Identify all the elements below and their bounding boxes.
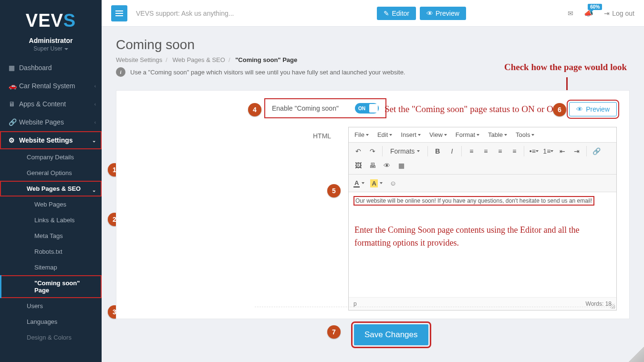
caret-down-icon bbox=[64, 48, 68, 50]
redo-button[interactable]: ↷ bbox=[366, 145, 379, 158]
preview-button[interactable]: 👁Preview bbox=[569, 102, 617, 116]
user-block[interactable]: Administrator Super User bbox=[0, 35, 102, 59]
logout-button[interactable]: ⇥Log out bbox=[604, 10, 634, 17]
link-icon: 🔗 bbox=[9, 118, 19, 126]
print-button[interactable]: 🖶 bbox=[366, 159, 379, 172]
number-list-button[interactable]: 1≡ bbox=[541, 145, 555, 158]
eye-icon: 👁 bbox=[426, 10, 433, 17]
nav-web-pages[interactable]: Web Pages bbox=[0, 197, 102, 212]
media-button[interactable]: ▦ bbox=[395, 159, 408, 172]
breadcrumb-item[interactable]: Web Pages & SEO bbox=[173, 56, 225, 63]
page-hint: i Use a "Coming soon" page which visitor… bbox=[116, 67, 630, 77]
align-left-button[interactable]: ≡ bbox=[465, 145, 478, 158]
preview-button-top[interactable]: 👁Preview bbox=[420, 7, 466, 20]
breadcrumb-item[interactable]: Website Settings bbox=[116, 56, 162, 63]
italic-button[interactable]: I bbox=[445, 145, 458, 158]
editor-statusbar: p Words: 18 bbox=[349, 297, 616, 310]
user-role: Super User bbox=[0, 45, 102, 52]
editor-path: p bbox=[353, 300, 357, 307]
search-input[interactable]: VEVS support: Ask us anything... bbox=[136, 10, 234, 17]
step-5: 5 bbox=[327, 184, 341, 197]
eye-icon: 👁 bbox=[576, 105, 583, 113]
sidebar: VEVS Administrator Super User ▦Dashboard… bbox=[0, 0, 102, 362]
editor-content[interactable]: Our website will be online soon! If you … bbox=[349, 192, 616, 297]
menu-toggle-button[interactable] bbox=[111, 5, 127, 21]
nav-coming-soon-page[interactable]: "Coming soon" Page bbox=[0, 275, 102, 298]
menu-format[interactable]: Format bbox=[456, 131, 479, 138]
chevron-left-icon: ‹ bbox=[94, 83, 96, 89]
html-label: HTML bbox=[313, 132, 331, 140]
nav-website-pages[interactable]: 🔗Website Pages‹ bbox=[0, 113, 102, 131]
enable-toggle-row: Enable "Coming soon" ON bbox=[265, 99, 385, 117]
editor-toolbar-2: A A ☺ bbox=[349, 175, 616, 192]
breadcrumb-current: "Coming soon" Page bbox=[235, 56, 297, 63]
save-button[interactable]: Save Changes bbox=[354, 324, 428, 345]
nav-languages[interactable]: Languages bbox=[0, 314, 102, 330]
mail-icon[interactable]: ✉ bbox=[568, 10, 573, 17]
emoji-button[interactable]: ☺ bbox=[386, 176, 400, 190]
nav-general-options[interactable]: General Options bbox=[0, 165, 102, 181]
annotation-editor: Enter the Coming Soon page contents usin… bbox=[354, 224, 611, 249]
link-button[interactable]: 🔗 bbox=[590, 145, 603, 158]
align-right-button[interactable]: ≡ bbox=[493, 145, 507, 158]
info-icon: i bbox=[116, 67, 125, 77]
signout-icon: ⇥ bbox=[604, 10, 610, 17]
nav-design-colors[interactable]: Design & Colors bbox=[0, 330, 102, 345]
nav-apps[interactable]: 🖥Apps & Content‹ bbox=[0, 95, 102, 113]
step-7: 7 bbox=[327, 325, 341, 339]
car-icon: 🚗 bbox=[9, 82, 19, 90]
form-panel: 4 Enable "Coming soon" ON Set the "Comin… bbox=[116, 90, 630, 319]
bell-icon[interactable]: 60% 📣 bbox=[584, 9, 593, 18]
editor-toolbar: ↶ ↷ Formats B I ≡ ≡ ≡ ≡ •≡ 1≡ ⇤ ⇥ 🔗 🖼 bbox=[349, 143, 616, 175]
nav-users[interactable]: Users bbox=[0, 298, 102, 314]
nav-meta-tags[interactable]: Meta Tags bbox=[0, 228, 102, 244]
menu-view[interactable]: View bbox=[429, 131, 447, 138]
divider bbox=[255, 307, 617, 307]
enable-toggle[interactable]: ON bbox=[355, 103, 379, 114]
chevron-left-icon: ‹ bbox=[94, 102, 96, 107]
bold-button[interactable]: B bbox=[431, 145, 444, 158]
nav-web-pages-seo[interactable]: Web Pages & SEO⌄ bbox=[0, 181, 102, 197]
logo-text-1: VEV bbox=[26, 10, 63, 31]
annotation-status: Set the "Coming soon" page status to ON … bbox=[384, 104, 563, 114]
chevron-down-icon: ⌄ bbox=[92, 138, 96, 143]
logo: VEVS bbox=[0, 0, 102, 35]
step-6: 6 bbox=[553, 103, 566, 116]
indent-button[interactable]: ⇥ bbox=[570, 145, 583, 158]
image-button[interactable]: 🖼 bbox=[352, 159, 365, 172]
nav-website-settings[interactable]: ⚙Website Settings⌄ bbox=[0, 131, 102, 149]
bullet-list-button[interactable]: •≡ bbox=[527, 145, 540, 158]
corner-grip bbox=[629, 347, 644, 362]
nav-sitemap[interactable]: Sitemap bbox=[0, 259, 102, 275]
chevron-left-icon: ‹ bbox=[94, 120, 96, 125]
menu-file[interactable]: File bbox=[354, 131, 369, 138]
desktop-icon: 🖥 bbox=[9, 100, 19, 108]
nav-company-details[interactable]: Company Details bbox=[0, 149, 102, 165]
active-indicator bbox=[0, 275, 1, 298]
menu-insert[interactable]: Insert bbox=[401, 131, 421, 138]
text-color-button[interactable]: A bbox=[352, 177, 366, 189]
formats-dropdown[interactable]: Formats bbox=[385, 145, 425, 158]
menu-tools[interactable]: Tools bbox=[516, 131, 534, 138]
resize-grip[interactable] bbox=[610, 304, 615, 309]
editor-button[interactable]: ✎Editor bbox=[377, 7, 416, 20]
menu-table[interactable]: Table bbox=[488, 131, 507, 138]
enable-label: Enable "Coming soon" bbox=[272, 104, 339, 112]
pencil-icon: ✎ bbox=[384, 10, 389, 17]
undo-button[interactable]: ↶ bbox=[352, 145, 365, 158]
topbar: VEVS support: Ask us anything... ✎Editor… bbox=[102, 0, 644, 27]
align-justify-button[interactable]: ≡ bbox=[508, 145, 521, 158]
main-content: Coming soon Website Settings/ Web Pages … bbox=[102, 27, 644, 362]
nav-car-rental[interactable]: 🚗Car Rental System‹ bbox=[0, 77, 102, 95]
user-name: Administrator bbox=[0, 37, 102, 44]
outdent-button[interactable]: ⇤ bbox=[556, 145, 569, 158]
nav-dashboard[interactable]: ▦Dashboard bbox=[0, 59, 102, 77]
preview-icon-button[interactable]: 👁 bbox=[380, 159, 394, 172]
bg-color-button[interactable]: A bbox=[368, 177, 384, 189]
menu-edit[interactable]: Edit bbox=[377, 131, 392, 138]
dashboard-icon: ▦ bbox=[9, 64, 19, 72]
nav-links-labels[interactable]: Links & Labels bbox=[0, 212, 102, 228]
nav-robots[interactable]: Robots.txt bbox=[0, 244, 102, 259]
align-center-button[interactable]: ≡ bbox=[479, 145, 492, 158]
page-title: Coming soon bbox=[116, 37, 630, 52]
